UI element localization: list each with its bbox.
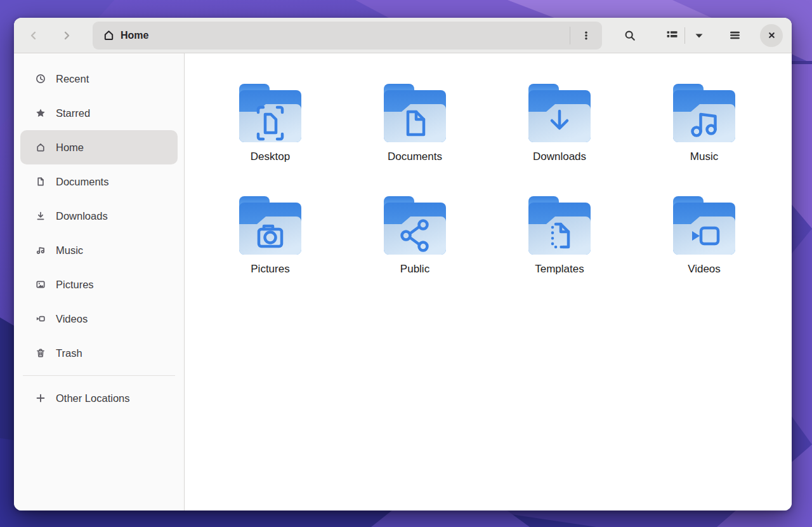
folder-icon xyxy=(671,195,738,257)
folder-name: Downloads xyxy=(533,150,586,163)
sidebar-item-label: Pictures xyxy=(56,279,94,291)
folder-icon xyxy=(526,195,593,257)
list-view-icon xyxy=(666,29,678,41)
header-bar: Home xyxy=(14,18,792,53)
window-body: Recent Starred Home Documents Downloads … xyxy=(14,53,792,510)
folder-documents[interactable]: Documents xyxy=(343,83,487,195)
sidebar-item-label: Recent xyxy=(56,73,89,85)
sidebar-item-documents[interactable]: Documents xyxy=(20,164,178,199)
folder-icon xyxy=(671,83,738,145)
chevron-down-triangle-icon xyxy=(694,30,704,41)
close-icon xyxy=(767,30,776,40)
sidebar-item-label: Videos xyxy=(56,313,88,325)
folder-public[interactable]: Public xyxy=(343,195,487,307)
folder-name: Public xyxy=(400,263,429,276)
list-view-button[interactable] xyxy=(660,24,683,47)
path-label: Home xyxy=(121,30,148,41)
folder-pictures[interactable]: Pictures xyxy=(198,195,343,307)
sidebar-item-label: Music xyxy=(56,244,83,257)
sidebar-item-label: Trash xyxy=(56,347,82,359)
sidebar-item-other-locations[interactable]: Other Locations xyxy=(20,381,178,415)
sidebar-item-downloads[interactable]: Downloads xyxy=(20,199,178,233)
folder-music[interactable]: Music xyxy=(632,83,776,195)
chevron-left-icon xyxy=(29,30,39,41)
path-bar[interactable]: Home xyxy=(93,22,602,50)
view-switcher xyxy=(652,24,710,47)
plus-icon xyxy=(36,393,46,403)
sidebar-item-label: Other Locations xyxy=(56,392,129,404)
sidebar-item-recent[interactable]: Recent xyxy=(20,62,178,96)
folder-downloads[interactable]: Downloads xyxy=(487,83,632,195)
forward-button[interactable] xyxy=(56,25,77,46)
sidebar-item-pictures[interactable]: Pictures xyxy=(20,267,178,302)
sidebar-item-label: Downloads xyxy=(56,210,108,222)
main-menu-button[interactable] xyxy=(723,24,746,47)
sidebar-item-starred[interactable]: Starred xyxy=(20,96,178,130)
content-area: Desktop Documents Downloads Music Pictur… xyxy=(185,53,792,510)
folder-icon xyxy=(526,83,593,145)
sidebar-separator xyxy=(23,375,175,376)
folder-icon xyxy=(237,195,304,257)
image-icon xyxy=(36,279,46,290)
sidebar-item-label: Documents xyxy=(56,176,108,188)
star-icon xyxy=(36,108,46,118)
document-icon xyxy=(36,177,46,187)
folder-videos[interactable]: Videos xyxy=(632,195,776,307)
sidebar-other-locations-slot: Other Locations xyxy=(20,381,178,415)
folder-templates[interactable]: Templates xyxy=(487,195,632,307)
hamburger-menu-icon xyxy=(729,29,741,41)
folder-icon xyxy=(381,195,449,257)
sidebar-item-home[interactable]: Home xyxy=(20,130,178,164)
folder-name: Music xyxy=(690,150,718,163)
home-icon xyxy=(36,142,46,152)
path-menu-button[interactable] xyxy=(570,22,602,50)
sidebar-item-label: Home xyxy=(56,142,84,154)
file-manager-window: Home xyxy=(14,18,792,510)
home-icon xyxy=(103,29,115,41)
clock-icon xyxy=(36,74,46,84)
close-button[interactable] xyxy=(760,24,783,47)
folder-icon xyxy=(381,83,449,145)
search-icon xyxy=(624,30,636,41)
back-button[interactable] xyxy=(23,25,44,46)
search-button[interactable] xyxy=(619,24,641,47)
folder-name: Documents xyxy=(388,150,442,163)
sidebar-item-music[interactable]: Music xyxy=(20,233,178,267)
sidebar-item-label: Starred xyxy=(56,107,90,119)
kebab-menu-icon xyxy=(581,30,591,41)
folder-name: Videos xyxy=(688,263,721,276)
folder-grid: Desktop Documents Downloads Music Pictur… xyxy=(198,83,792,307)
folder-desktop[interactable]: Desktop xyxy=(198,83,343,195)
video-icon xyxy=(36,314,46,324)
sidebar: Recent Starred Home Documents Downloads … xyxy=(14,53,185,510)
sidebar-list: Recent Starred Home Documents Downloads … xyxy=(20,62,178,370)
view-separator xyxy=(684,27,685,44)
music-icon xyxy=(36,245,46,255)
sidebar-item-videos[interactable]: Videos xyxy=(20,302,178,336)
folder-name: Templates xyxy=(535,263,584,276)
view-options-dropdown-button[interactable] xyxy=(688,24,710,47)
folder-name: Pictures xyxy=(251,263,289,276)
folder-icon xyxy=(237,83,304,145)
folder-name: Desktop xyxy=(251,150,290,163)
download-icon xyxy=(36,211,46,221)
trash-icon xyxy=(36,348,46,358)
chevron-right-icon xyxy=(62,30,72,41)
sidebar-item-trash[interactable]: Trash xyxy=(20,336,178,370)
